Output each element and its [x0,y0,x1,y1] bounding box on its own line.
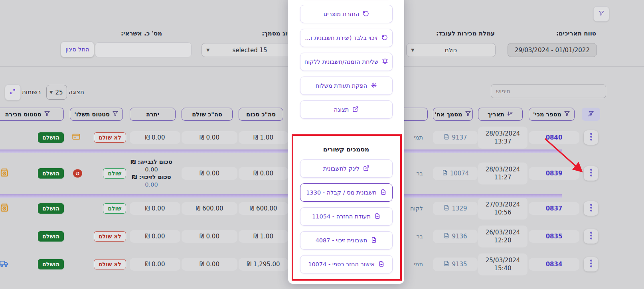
doc-number: 9136 [452,233,467,240]
search-input[interactable]: חיפוש [491,85,606,98]
truck-icon [0,258,10,270]
sale-status-badge: הושלם [38,231,64,242]
action-menu-item[interactable]: הפקת תעודת משלוח [300,77,393,95]
bell-icon [382,58,388,66]
action-menu-item[interactable]: תצוגה [300,100,393,119]
pdf-file-icon [443,232,450,240]
credit-card-icon [72,132,81,143]
file-icon [371,237,377,244]
sale-number-cell[interactable]: 0840 [529,131,579,144]
column-header-date[interactable]: תאריך [478,108,523,121]
action-menu-item[interactable]: שליחת הזמנה/חשבונית ללקוח [300,53,393,71]
total-amount-cell: ₪ 1.00 [239,230,288,243]
expand-table-button[interactable] [5,85,21,100]
employee-commission-value: כולם [445,47,457,54]
column-header-bal[interactable]: יתרה [130,108,176,121]
filter-toggle-button[interactable] [593,6,609,22]
action-menu-label: זיכוי בלבד (יצירת חשבונית ז... [305,35,377,41]
total-amount-cell: ₪ 1.00 [239,131,288,144]
column-header-label: סטטוס תשלו' [74,111,110,118]
related-doc-item[interactable]: אישור החזר כספי - 10074 [300,255,393,273]
column-header-num[interactable]: מספר מכי' [529,108,575,121]
sale-number-cell[interactable]: 0837 [529,202,579,215]
row-action-popup: החזרת מוצריםזיכוי בלבד (יצירת חשבונית ז.… [288,0,404,284]
register-icon [0,202,10,214]
customer-cell[interactable]: לקוח [405,205,423,212]
customer-cell[interactable]: בר [405,170,423,177]
row-actions-kebab-button[interactable] [584,130,598,145]
customer-cell[interactable]: בר [405,233,423,240]
balance-cell: ₪ 0.00 [130,258,180,271]
action-menu-label: החזרת מוצרים [324,11,360,17]
action-menu-label: שליחת הזמנה/חשבונית ללקוח [304,59,378,65]
kebab-icon [588,231,594,242]
related-doc-label: לינק לחשבונית [323,165,360,172]
related-doc-label: חשבונית זיכוי - 4087 [316,237,367,244]
related-doc-cell[interactable]: 1329 [433,202,478,215]
credit-card-input[interactable] [95,42,192,57]
column-header-paid[interactable]: סה"כ שולם [182,108,233,121]
employee-commission-select[interactable]: ▼ כולם [406,43,496,57]
balance-cell: ₪ 0.00 [130,202,180,215]
related-doc-cell[interactable]: 9135 [433,258,478,271]
funnel-icon [112,110,119,118]
sale-number-cell[interactable]: 0839 [529,167,579,180]
related-doc-label: תעודת החזרה - 11054 [312,213,371,220]
action-menu-item[interactable]: זיכוי בלבד (יצירת חשבונית ז... [300,29,393,47]
related-docs-title: מסמכים קשורים [288,146,404,153]
column-header-pay[interactable]: סטטוס תשלו' [70,108,123,121]
apply-filter-button[interactable]: החל סינון [61,41,94,57]
clear-filters-button[interactable] [582,108,600,121]
file-icon [374,213,381,220]
kebab-icon [588,168,594,179]
pdf-file-icon [443,204,450,212]
register-icon [0,167,10,179]
date-cell: 27/03/202410:56 [478,198,527,220]
rotate-ccw-icon [363,10,369,18]
credit-card-label: מס' כ. אשראי: [96,30,162,37]
row-separator [0,194,562,198]
related-doc-item[interactable]: חשבונית זיכוי - 4087 [300,231,393,250]
customer-cell[interactable]: תמי [405,261,423,267]
related-doc-cell[interactable]: 10074 [433,167,478,180]
related-doc-cell[interactable]: 9136 [433,230,478,243]
chevron-down-icon: ▼ [49,90,53,95]
file-icon [378,261,385,268]
column-header-label: מספר מכי' [533,111,561,118]
column-header-label: מסמך אח' [435,111,462,118]
date-cell: 25/03/202415:40 [478,254,527,275]
action-menu-item[interactable]: החזרת מוצרים [300,5,393,23]
customer-cell[interactable]: תמי [405,134,423,141]
column-header-doc[interactable]: מסמך אח' [433,108,473,121]
funnel-icon [465,110,471,118]
column-header-label: סה"כ סכום [246,111,276,118]
related-doc-cell[interactable]: 9137 [433,131,478,144]
row-actions-kebab-button[interactable] [584,257,598,271]
date-cell: 28/03/202411:27 [478,163,527,185]
balance-cell: ₪ 0.00 [130,230,180,243]
funnel-icon [598,10,604,18]
column-header-label: יתרה [146,111,159,118]
doc-type-select[interactable]: ▼ selected 15 [201,43,298,57]
column-header-amt[interactable]: סה"כ סכום [239,108,283,121]
sale-number-cell[interactable]: 0834 [529,258,579,271]
doc-number: 1329 [452,205,467,212]
related-doc-item[interactable]: חשבונית מס / קבלה - 1330 [300,183,393,202]
related-doc-item[interactable]: לינק לחשבונית [300,159,393,178]
row-actions-kebab-button[interactable] [584,166,598,181]
date-range-input[interactable]: 29/03/2024 - 01/01/2022 [508,43,597,57]
total-amount-cell: ₪ 600.00 [239,202,288,215]
row-actions-kebab-button[interactable] [584,201,598,216]
page-size-select[interactable]: ▼ 25 [46,85,67,100]
date-cell: 26/03/202412:20 [478,226,527,248]
funnel-icon [44,110,50,118]
related-doc-item[interactable]: תעודת החזרה - 11054 [300,207,393,226]
total-paid-cell: ₪ 600.00 [182,202,237,215]
row-actions-kebab-button[interactable] [584,229,598,244]
expand-icon [10,88,16,96]
column-header-sale[interactable]: סטטוס מכירה [0,108,64,121]
external-link-icon [352,106,359,114]
row-separator [0,149,562,153]
action-menu-label: תצוגה [334,106,349,113]
sale-number-cell[interactable]: 0835 [529,230,579,243]
